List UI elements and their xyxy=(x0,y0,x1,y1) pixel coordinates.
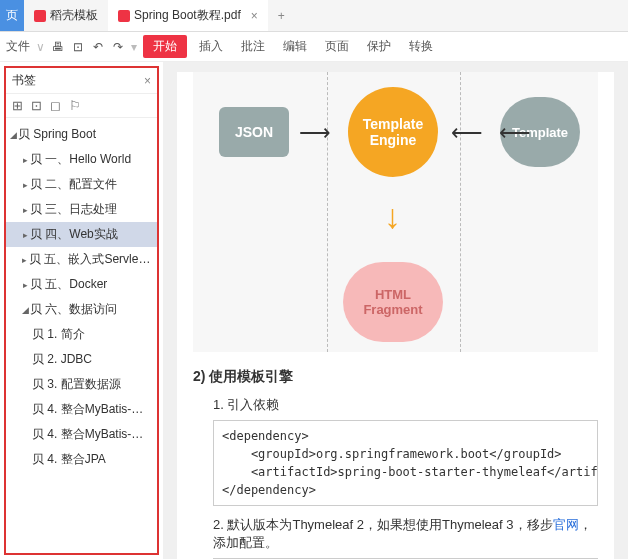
diagram: JSON Template Engine Template HTML Fragm… xyxy=(193,72,598,352)
separator: ▾ xyxy=(131,40,137,54)
tree-item[interactable]: 贝 1. 简介 xyxy=(6,322,157,347)
tree-item-selected[interactable]: ▸贝 四、Web实战 xyxy=(6,222,157,247)
chevron-right-icon: ▸ xyxy=(20,205,30,215)
page-menu[interactable]: 页面 xyxy=(319,38,355,55)
code-block: <dependency> <groupId>org.springframewor… xyxy=(213,420,598,506)
file-menu[interactable]: 文件 xyxy=(6,38,30,55)
doc-icon xyxy=(34,10,46,22)
tab-pdf[interactable]: Spring Boot教程.pdf × xyxy=(108,0,268,31)
list-item: 1. 引入依赖 xyxy=(213,396,598,414)
sidebar-tools: ⊞ ⊡ ◻ ⚐ xyxy=(6,94,157,118)
undo-icon[interactable]: ↶ xyxy=(91,40,105,54)
tree-item[interactable]: 贝 2. JDBC xyxy=(6,347,157,372)
separator: ∨ xyxy=(36,40,45,54)
bookmark-tree: ◢贝 Spring Boot ▸贝 一、Hello World ▸贝 二、配置文… xyxy=(6,118,157,476)
template-engine-node: Template Engine xyxy=(348,87,438,177)
bookmark-icon[interactable]: ◻ xyxy=(50,98,61,113)
pdf-page: JSON Template Engine Template HTML Fragm… xyxy=(177,72,614,559)
save-icon[interactable]: 🖶 xyxy=(51,40,65,54)
chevron-right-icon: ▸ xyxy=(20,180,30,190)
tab-bar: 页 稻壳模板 Spring Boot教程.pdf × + xyxy=(0,0,628,32)
tab-add[interactable]: + xyxy=(268,9,295,23)
arrow-left-icon: ⟵ xyxy=(499,120,531,146)
tree-item[interactable]: 贝 4. 整合MyBatis-注解版 xyxy=(6,397,157,422)
start-button[interactable]: 开始 xyxy=(143,35,187,58)
chevron-down-icon: ◢ xyxy=(20,305,30,315)
bookmarks-sidebar: 书签 × ⊞ ⊡ ◻ ⚐ ◢贝 Spring Boot ▸贝 一、Hello W… xyxy=(4,66,159,555)
main: 书签 × ⊞ ⊡ ◻ ⚐ ◢贝 Spring Boot ▸贝 一、Hello W… xyxy=(0,62,628,559)
sidebar-header: 书签 × xyxy=(6,68,157,94)
dashed-line xyxy=(460,72,461,352)
expand-icon[interactable]: ⊞ xyxy=(12,98,23,113)
toolbar: 文件 ∨ 🖶 ⊡ ↶ ↷ ▾ 开始 插入 批注 编辑 页面 保护 转换 xyxy=(0,32,628,62)
chevron-right-icon: ▸ xyxy=(20,155,30,165)
collapse-icon[interactable]: ⊡ xyxy=(31,98,42,113)
arrow-right-icon: ⟶ xyxy=(299,120,331,146)
tab-label: 稻壳模板 xyxy=(50,7,98,24)
list-item: 2. 默认版本为Thymeleaf 2，如果想使用Thymeleaf 3，移步官… xyxy=(213,516,598,552)
ordered-list: 1. 引入依赖 <dependency> <groupId>org.spring… xyxy=(213,396,598,559)
content-area: JSON Template Engine Template HTML Fragm… xyxy=(163,62,628,559)
json-node: JSON xyxy=(219,107,289,157)
tree-item[interactable]: 贝 4. 整合JPA xyxy=(6,447,157,472)
annotate-menu[interactable]: 批注 xyxy=(235,38,271,55)
sidebar-title: 书签 xyxy=(12,72,36,89)
chevron-down-icon: ◢ xyxy=(8,130,18,140)
dashed-line xyxy=(327,72,328,352)
section-heading: 2) 使用模板引擎 xyxy=(193,368,598,386)
tab-label: Spring Boot教程.pdf xyxy=(134,7,241,24)
tree-item[interactable]: ▸贝 二、配置文件 xyxy=(6,172,157,197)
close-icon[interactable]: × xyxy=(251,9,258,23)
tree-item[interactable]: ▸贝 三、日志处理 xyxy=(6,197,157,222)
bookmark2-icon[interactable]: ⚐ xyxy=(69,98,81,113)
convert-menu[interactable]: 转换 xyxy=(403,38,439,55)
tree-item[interactable]: 贝 4. 整合MyBatis-配置版 xyxy=(6,422,157,447)
tab-templates[interactable]: 稻壳模板 xyxy=(24,0,108,31)
print-icon[interactable]: ⊡ xyxy=(71,40,85,54)
redo-icon[interactable]: ↷ xyxy=(111,40,125,54)
tab-home-icon[interactable]: 页 xyxy=(0,0,24,31)
chevron-right-icon: ▸ xyxy=(20,280,30,290)
tree-item-root[interactable]: ◢贝 Spring Boot xyxy=(6,122,157,147)
protect-menu[interactable]: 保护 xyxy=(361,38,397,55)
tree-item[interactable]: ◢贝 六、数据访问 xyxy=(6,297,157,322)
edit-menu[interactable]: 编辑 xyxy=(277,38,313,55)
insert-menu[interactable]: 插入 xyxy=(193,38,229,55)
arrow-left-icon: ⟵ xyxy=(451,120,483,146)
chevron-right-icon: ▸ xyxy=(20,255,29,265)
sidebar-close-icon[interactable]: × xyxy=(144,74,151,88)
html-fragment-node: HTML Fragment xyxy=(343,262,443,342)
tree-item[interactable]: ▸贝 五、Docker xyxy=(6,272,157,297)
arrow-down-icon: ↓ xyxy=(384,197,401,236)
chevron-right-icon: ▸ xyxy=(20,230,30,240)
tree-item[interactable]: 贝 3. 配置数据源 xyxy=(6,372,157,397)
pdf-icon xyxy=(118,10,130,22)
link-official[interactable]: 官网 xyxy=(553,517,579,532)
tree-item[interactable]: ▸贝 五、嵌入式Servlet容器 xyxy=(6,247,157,272)
tree-item[interactable]: ▸贝 一、Hello World xyxy=(6,147,157,172)
